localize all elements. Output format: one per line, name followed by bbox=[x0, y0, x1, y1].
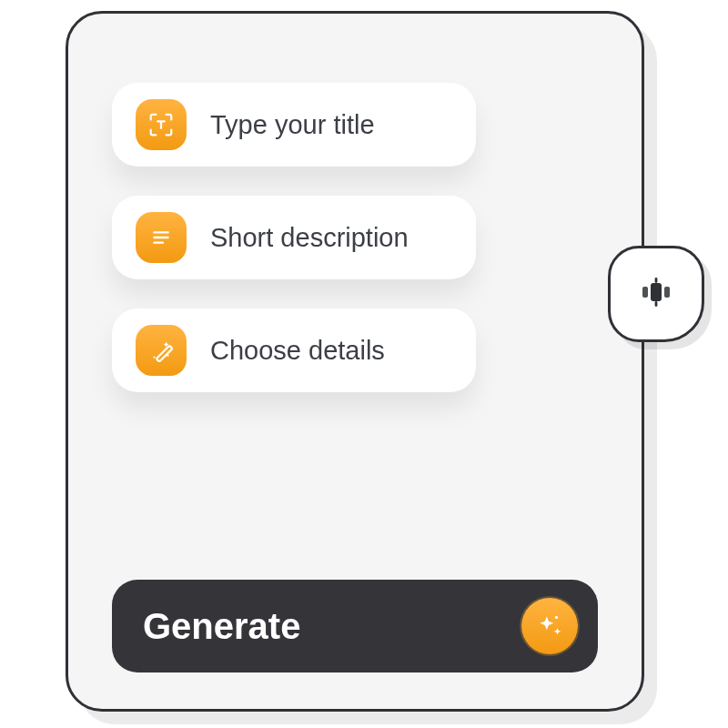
title-input-row[interactable]: Type your title bbox=[112, 83, 476, 167]
svg-rect-8 bbox=[642, 287, 648, 298]
wand-icon bbox=[136, 325, 187, 376]
svg-point-4 bbox=[153, 356, 155, 358]
title-input-label: Type your title bbox=[210, 110, 375, 140]
description-input-label: Short description bbox=[210, 223, 409, 253]
details-input-row[interactable]: Choose details bbox=[112, 308, 476, 392]
svg-point-6 bbox=[555, 616, 558, 619]
carousel-icon bbox=[636, 272, 676, 316]
sparkle-icon bbox=[521, 598, 578, 654]
svg-rect-11 bbox=[655, 301, 658, 307]
details-input-label: Choose details bbox=[210, 336, 385, 366]
spacer bbox=[112, 421, 598, 561]
svg-point-5 bbox=[167, 355, 168, 357]
svg-rect-10 bbox=[655, 278, 658, 283]
svg-rect-3 bbox=[157, 346, 173, 362]
carousel-float-button[interactable] bbox=[608, 246, 704, 342]
text-frame-icon bbox=[136, 99, 187, 150]
lines-icon bbox=[136, 212, 187, 263]
generate-button[interactable]: Generate bbox=[112, 580, 598, 672]
svg-rect-7 bbox=[651, 283, 662, 301]
description-input-row[interactable]: Short description bbox=[112, 196, 476, 279]
generate-button-label: Generate bbox=[143, 606, 300, 647]
svg-rect-9 bbox=[664, 287, 670, 298]
generator-card: Type your title Short description Choose… bbox=[66, 11, 644, 712]
